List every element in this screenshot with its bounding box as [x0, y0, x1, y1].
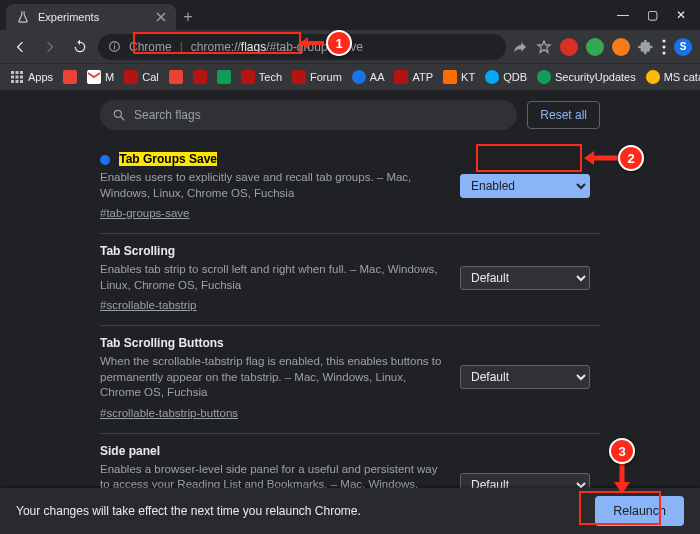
window-controls: — ▢ ✕: [617, 0, 700, 30]
bookmark-item[interactable]: Tech: [241, 70, 282, 84]
gmail-icon: [87, 70, 101, 84]
bookmark-icon: [124, 70, 138, 84]
titlebar: Experiments + — ▢ ✕: [0, 0, 700, 30]
bookmark-item[interactable]: SecurityUpdates: [537, 70, 636, 84]
flag-title: Tab Groups Save: [119, 152, 217, 166]
bookmark-icon: [292, 70, 306, 84]
svg-rect-10: [16, 76, 19, 79]
bookmarks-bar: Apps M Cal Tech Forum AA ATP KT QDB Secu…: [0, 64, 700, 90]
address-bar[interactable]: Chrome | chrome://flags/#tab-groups-save: [98, 34, 506, 60]
browser-tab[interactable]: Experiments: [6, 4, 176, 30]
search-placeholder: Search flags: [134, 108, 201, 122]
svg-rect-7: [16, 71, 19, 74]
extensions-button[interactable]: [638, 39, 654, 55]
extension-icon[interactable]: [586, 38, 604, 56]
flag-row: Tab Groups Save Enables users to explici…: [100, 148, 600, 233]
svg-point-5: [662, 51, 665, 54]
flag-row: Tab Scrolling Buttons When the scrollabl…: [100, 325, 600, 433]
svg-point-16: [114, 110, 121, 117]
apps-icon: [10, 70, 24, 84]
extension-icon[interactable]: [560, 38, 578, 56]
browser-window: Experiments + — ▢ ✕ Chrome | chrome://fl…: [0, 0, 700, 534]
minimize-button[interactable]: —: [617, 8, 629, 22]
flag-description: Enables tab strip to scroll left and rig…: [100, 262, 442, 293]
svg-point-3: [662, 39, 665, 42]
flag-title: Side panel: [100, 444, 160, 458]
maximize-button[interactable]: ▢: [647, 8, 658, 22]
back-button[interactable]: [8, 35, 32, 59]
close-window-button[interactable]: ✕: [676, 8, 686, 22]
flag-title: Tab Scrolling: [100, 244, 175, 258]
share-icon[interactable]: [512, 39, 528, 55]
new-tab-button[interactable]: +: [176, 4, 200, 30]
svg-line-17: [121, 117, 125, 121]
bookmark-icon: [169, 70, 183, 84]
flag-row: Tab Scrolling Enables tab strip to scrol…: [100, 233, 600, 325]
svg-rect-9: [11, 76, 14, 79]
relaunch-bar: Your changes will take effect the next t…: [0, 488, 700, 534]
bookmark-item[interactable]: Forum: [292, 70, 342, 84]
svg-rect-12: [11, 80, 14, 83]
chrome-label: Chrome: [129, 40, 172, 54]
bookmark-item[interactable]: Cal: [124, 70, 159, 84]
svg-rect-14: [20, 80, 23, 83]
search-icon: [112, 108, 126, 122]
reload-button[interactable]: [68, 35, 92, 59]
bookmark-item[interactable]: AA: [352, 70, 385, 84]
flags-header: Search flags Reset all: [0, 90, 700, 140]
flag-anchor-link[interactable]: #scrollable-tabstrip: [100, 299, 197, 311]
search-input[interactable]: Search flags: [100, 100, 517, 130]
bookmark-item[interactable]: [217, 70, 231, 84]
tab-title: Experiments: [38, 11, 99, 23]
annotation-badge-2: 2: [618, 145, 644, 171]
close-tab-icon[interactable]: [156, 12, 166, 22]
svg-rect-8: [20, 71, 23, 74]
bookmark-icon: [537, 70, 551, 84]
bookmark-item[interactable]: [193, 70, 207, 84]
relaunch-message: Your changes will take effect the next t…: [16, 504, 361, 518]
flag-title: Tab Scrolling Buttons: [100, 336, 224, 350]
svg-point-4: [662, 45, 665, 48]
svg-rect-2: [114, 43, 115, 44]
svg-rect-11: [20, 76, 23, 79]
forward-button[interactable]: [38, 35, 62, 59]
svg-rect-1: [114, 45, 115, 49]
bookmark-icon: [241, 70, 255, 84]
profile-avatar[interactable]: S: [674, 38, 692, 56]
svg-rect-13: [16, 80, 19, 83]
annotation-badge-3: 3: [609, 438, 635, 464]
bookmark-icon: [394, 70, 408, 84]
page-content: Search flags Reset all Tab Groups Save E…: [0, 90, 700, 534]
overflow-menu-icon[interactable]: [662, 39, 666, 55]
toolbar-right-icons: S: [512, 38, 692, 56]
site-info-icon: [108, 40, 121, 53]
extension-icon[interactable]: [612, 38, 630, 56]
bookmark-item[interactable]: [169, 70, 183, 84]
flag-select[interactable]: Default: [460, 365, 590, 389]
bookmark-item[interactable]: KT: [443, 70, 475, 84]
bookmark-item[interactable]: [63, 70, 77, 84]
bookmark-item[interactable]: MS catalog: [646, 70, 700, 84]
flag-description: When the scrollable-tabstrip flag is ena…: [100, 354, 442, 401]
flag-select[interactable]: Enabled: [460, 174, 590, 198]
bookmark-icon: [217, 70, 231, 84]
flask-icon: [16, 10, 30, 24]
bookmark-item[interactable]: ATP: [394, 70, 433, 84]
apps-shortcut[interactable]: Apps: [10, 70, 53, 84]
bookmark-icon: [63, 70, 77, 84]
reset-all-button[interactable]: Reset all: [527, 101, 600, 129]
changed-indicator-icon: [100, 155, 110, 165]
relaunch-button[interactable]: Relaunch: [595, 496, 684, 526]
star-icon[interactable]: [536, 39, 552, 55]
flag-anchor-link[interactable]: #scrollable-tabstrip-buttons: [100, 407, 238, 419]
bookmark-icon: [193, 70, 207, 84]
flags-list: Tab Groups Save Enables users to explici…: [0, 140, 700, 534]
bookmark-item[interactable]: M: [87, 70, 114, 84]
bookmark-icon: [443, 70, 457, 84]
flag-select[interactable]: Default: [460, 266, 590, 290]
bookmark-item[interactable]: QDB: [485, 70, 527, 84]
flag-anchor-link[interactable]: #tab-groups-save: [100, 207, 190, 219]
flag-description: Enables users to explicitly save and rec…: [100, 170, 442, 201]
bookmark-icon: [646, 70, 660, 84]
bookmark-icon: [485, 70, 499, 84]
